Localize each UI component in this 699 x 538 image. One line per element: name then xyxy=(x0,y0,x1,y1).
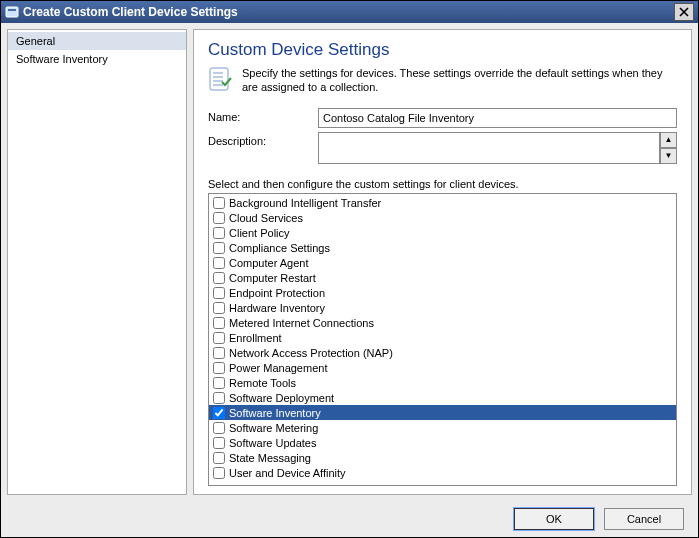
settings-item-label: Software Updates xyxy=(229,437,316,449)
settings-item-label: Computer Restart xyxy=(229,272,316,284)
sidebar-item[interactable]: Software Inventory xyxy=(8,50,186,68)
window-title: Create Custom Client Device Settings xyxy=(23,5,674,19)
settings-item-label: Cloud Services xyxy=(229,212,303,224)
nav-sidebar: GeneralSoftware Inventory xyxy=(7,29,187,495)
scroll-up-button[interactable]: ▲ xyxy=(660,132,677,148)
settings-checkbox[interactable] xyxy=(213,242,225,254)
settings-list-item[interactable]: Remote Tools xyxy=(209,375,676,390)
settings-list-icon xyxy=(208,66,234,92)
settings-list-item[interactable]: Compliance Settings xyxy=(209,240,676,255)
settings-checkbox[interactable] xyxy=(213,257,225,269)
settings-list-item[interactable]: Network Access Protection (NAP) xyxy=(209,345,676,360)
name-input[interactable] xyxy=(318,108,677,128)
settings-item-label: Software Deployment xyxy=(229,392,334,404)
settings-list-item[interactable]: Background Intelligent Transfer xyxy=(209,195,676,210)
settings-list-item[interactable]: Client Policy xyxy=(209,225,676,240)
settings-list-item[interactable]: Software Updates xyxy=(209,435,676,450)
description-row: Description: ▲ ▼ xyxy=(208,132,677,164)
description-label: Description: xyxy=(208,132,318,147)
settings-item-label: Background Intelligent Transfer xyxy=(229,197,381,209)
settings-list-item[interactable]: Cloud Services xyxy=(209,210,676,225)
title-bar[interactable]: Create Custom Client Device Settings xyxy=(1,1,698,23)
settings-list-item[interactable]: State Messaging xyxy=(209,450,676,465)
settings-checkbox[interactable] xyxy=(213,317,225,329)
settings-item-label: Computer Agent xyxy=(229,257,309,269)
name-row: Name: xyxy=(208,108,677,128)
settings-item-label: Hardware Inventory xyxy=(229,302,325,314)
settings-list-item[interactable]: Software Metering xyxy=(209,420,676,435)
settings-list-item[interactable]: Software Deployment xyxy=(209,390,676,405)
main-panel: Custom Device Settings Specify the setti… xyxy=(193,29,692,495)
intro-text: Specify the settings for devices. These … xyxy=(242,66,677,94)
settings-item-label: Power Management xyxy=(229,362,327,374)
dialog-body: GeneralSoftware Inventory Custom Device … xyxy=(1,23,698,501)
settings-list-item[interactable]: Metered Internet Connections xyxy=(209,315,676,330)
settings-instruction: Select and then configure the custom set… xyxy=(208,178,677,190)
dialog-window: Create Custom Client Device Settings Gen… xyxy=(0,0,699,538)
settings-checkbox[interactable] xyxy=(213,302,225,314)
settings-checkbox[interactable] xyxy=(213,272,225,284)
settings-item-label: Metered Internet Connections xyxy=(229,317,374,329)
app-icon xyxy=(5,5,19,19)
settings-list-item[interactable]: Enrollment xyxy=(209,330,676,345)
settings-checkbox[interactable] xyxy=(213,347,225,359)
settings-checkbox[interactable] xyxy=(213,362,225,374)
settings-checkbox[interactable] xyxy=(213,467,225,479)
scroll-down-button[interactable]: ▼ xyxy=(660,148,677,164)
description-input[interactable] xyxy=(318,132,660,164)
description-scroll: ▲ ▼ xyxy=(660,132,677,164)
settings-checkbox[interactable] xyxy=(213,407,225,419)
ok-button[interactable]: OK xyxy=(514,508,594,530)
svg-rect-2 xyxy=(210,68,228,90)
sidebar-item[interactable]: General xyxy=(8,32,186,50)
settings-list-item[interactable]: Computer Restart xyxy=(209,270,676,285)
settings-item-label: Software Metering xyxy=(229,422,318,434)
name-label: Name: xyxy=(208,108,318,123)
settings-item-label: State Messaging xyxy=(229,452,311,464)
cancel-button[interactable]: Cancel xyxy=(604,508,684,530)
settings-checkbox[interactable] xyxy=(213,212,225,224)
settings-item-label: Network Access Protection (NAP) xyxy=(229,347,393,359)
settings-checkbox[interactable] xyxy=(213,422,225,434)
settings-list-item[interactable]: User and Device Affinity xyxy=(209,465,676,480)
settings-checkbox[interactable] xyxy=(213,227,225,239)
settings-item-label: Software Inventory xyxy=(229,407,321,419)
settings-list-item[interactable]: Endpoint Protection xyxy=(209,285,676,300)
settings-list-item[interactable]: Software Inventory xyxy=(209,405,676,420)
dialog-footer: OK Cancel xyxy=(1,501,698,537)
settings-checkbox[interactable] xyxy=(213,452,225,464)
svg-rect-1 xyxy=(8,9,16,11)
close-button[interactable] xyxy=(674,3,694,21)
page-heading: Custom Device Settings xyxy=(208,40,677,60)
settings-item-label: User and Device Affinity xyxy=(229,467,346,479)
settings-list-item[interactable]: Power Management xyxy=(209,360,676,375)
settings-checkbox[interactable] xyxy=(213,392,225,404)
settings-list[interactable]: Background Intelligent TransferCloud Ser… xyxy=(208,193,677,486)
settings-checkbox[interactable] xyxy=(213,332,225,344)
settings-item-label: Enrollment xyxy=(229,332,282,344)
settings-item-label: Endpoint Protection xyxy=(229,287,325,299)
settings-list-item[interactable]: Computer Agent xyxy=(209,255,676,270)
settings-checkbox[interactable] xyxy=(213,287,225,299)
intro-row: Specify the settings for devices. These … xyxy=(208,66,677,94)
settings-item-label: Remote Tools xyxy=(229,377,296,389)
settings-checkbox[interactable] xyxy=(213,197,225,209)
settings-checkbox[interactable] xyxy=(213,437,225,449)
settings-item-label: Client Policy xyxy=(229,227,290,239)
settings-checkbox[interactable] xyxy=(213,377,225,389)
svg-rect-0 xyxy=(6,7,18,17)
settings-list-item[interactable]: Hardware Inventory xyxy=(209,300,676,315)
settings-item-label: Compliance Settings xyxy=(229,242,330,254)
